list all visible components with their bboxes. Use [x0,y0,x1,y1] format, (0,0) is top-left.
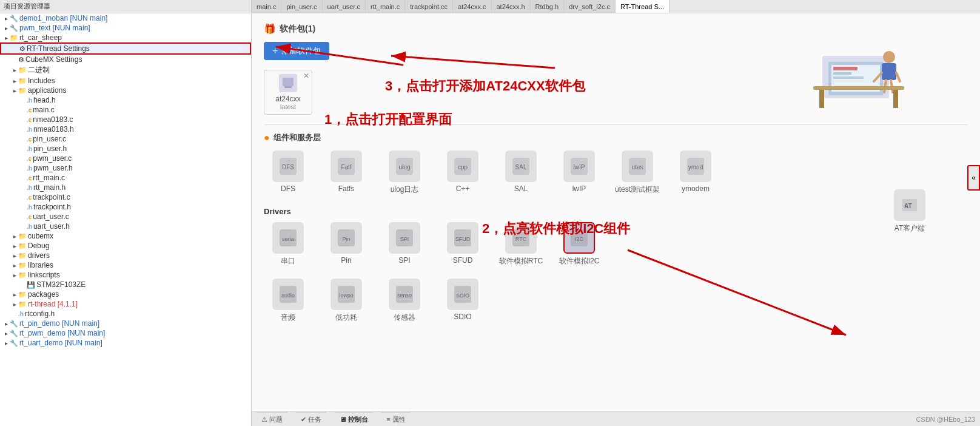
svg-text:SAL: SAL [515,164,527,171]
tab-at24cxxc[interactable]: at24cxx.c [453,0,491,13]
bottom-tab-1[interactable]: ✔ 任务 [296,412,326,427]
c-file-icon: .c [27,155,32,162]
sidebar-item-uart_user_c[interactable]: .cuart_user.c [0,212,251,221]
bottom-tab-0[interactable]: ⚠ 问题 [257,412,287,427]
sidebar-item-applications[interactable]: ▸📁applications [0,86,251,95]
sidebar-item-head_h[interactable]: .hhead.h [0,95,251,105]
svg-rect-0 [283,78,294,86]
tab-trackpointcc[interactable]: trackpoint.cc [405,0,453,13]
sidebar-item-label: RT-Thread Settings [27,44,90,53]
sidebar-item-Includes[interactable]: ▸📁Includes [0,76,251,86]
driver2-label: 传感器 [394,313,415,323]
sidebar-item-rt_pin_demo[interactable]: ▸🔧rt_pin_demo [NUN main] [0,319,251,328]
h-file-icon: .h [27,165,32,172]
driver2-item-audio[interactable]: audio 音频 [264,279,312,323]
expand-arrow: ▸ [11,262,18,269]
sidebar-item-STM32F103ZE[interactable]: 💾STM32F103ZE [0,280,251,289]
svg-rect-45 [833,76,864,79]
component-label: ulog日志 [391,184,419,195]
sidebar-item-nmea0183_h[interactable]: .hnmea0183.h [0,124,251,134]
sidebar-item-trackpoint_h[interactable]: .htrackpoint.h [0,202,251,212]
bottom-tab-2[interactable]: 🖥 控制台 [335,412,373,427]
component-item-DFS[interactable]: DFS DFS [264,150,312,195]
svg-text:RTC: RTC [515,236,527,242]
sidebar-item-drivers[interactable]: ▸📁drivers [0,251,251,260]
tab-uartuserc[interactable]: uart_user.c [323,0,366,13]
bottom-tab-3[interactable]: ≡ 属性 [381,412,410,427]
folder-icon: 📁 [18,66,27,74]
sidebar-item-libraries[interactable]: ▸📁libraries [0,260,251,270]
sidebar-item-rtt_main_h[interactable]: .hrtt_main.h [0,183,251,192]
sidebar-item-cubemx[interactable]: ▸📁cubemx [0,231,251,241]
at-client-area: AT AT客户端 [894,189,925,234]
add-pkg-button[interactable]: + 添加软件包 [264,42,329,60]
sidebar-item-packages[interactable]: ▸📁packages [0,289,251,299]
sidebar-item-pin_user_h[interactable]: .hpin_user.h [0,144,251,154]
pkg-card-at24cxx[interactable]: ✕ at24cxx latest [264,70,312,115]
component-label: ymodem [682,184,710,193]
component-item-ymodem[interactable]: ymod ymodem [671,150,720,195]
component-label: Fatfs [338,184,355,193]
sidebar-item-RT_Thread_Settings[interactable]: ⚙RT-Thread Settings [0,42,251,55]
component-item-lwIP[interactable]: lwIP lwIP [555,150,603,195]
driver-item-I2C[interactable]: I2C 软件模拟I2C [555,222,603,266]
component-item-Fatfs[interactable]: Fatf Fatfs [322,150,371,195]
sidebar-item-pwm_user_h[interactable]: .hpwm_user.h [0,163,251,173]
tab-pinuserc[interactable]: pin_user.c [281,0,322,13]
sidebar-item-linkscripts[interactable]: ▸📁linkscripts [0,270,251,280]
folder-icon: 📁 [18,232,27,240]
sidebar-item-pwm_user_c[interactable]: .cpwm_user.c [0,154,251,163]
driver-item-SPI[interactable]: SPI SPI [380,222,429,266]
components-grid: DFS DFS Fatf Fatfs ulog ulog日志 cpp C++ [264,150,968,195]
tab-rttmainc[interactable]: rtt_main.c [366,0,405,13]
driver-item-Pin[interactable]: Pin Pin [322,222,371,266]
sidebar-item-nmea0183_c[interactable]: .cnmea0183.c [0,115,251,124]
sidebar-item-trackpoint_c[interactable]: .ctrackpoint.c [0,192,251,202]
sidebar-item-CubeMX_Settings[interactable]: ⚙CubeMX Settings [0,55,251,64]
plus-icon: + [272,46,278,56]
bottom-bar: ⚠ 问题✔ 任务🖥 控制台≡ 属性CSDN @HEbo_123 [252,411,980,426]
collapse-button[interactable]: « [967,165,980,191]
h-file-icon: .h [27,204,32,211]
sidebar-item-rt_uart_demo[interactable]: ▸🔧rt_uart_demo [NUN main] [0,338,251,348]
sidebar-item-label: pin_user.h [33,144,67,153]
driver2-item-sensor[interactable]: senso 传感器 [380,279,429,323]
tab-Rtdbgh[interactable]: Rtdbg.h [531,0,565,13]
sidebar-item-rt_thread[interactable]: ▸📁rt-thread [4.1.1] [0,299,251,309]
sidebar-item-label: packages [28,290,59,299]
tab-RTThreadS[interactable]: RT-Thread S... [616,0,670,13]
sidebar-item-demo1_moban[interactable]: ▸🔧demo1_moban [NUN main] [0,13,251,23]
sidebar-item-rtt_main_c[interactable]: .crtt_main.c [0,173,251,183]
component-item-cpp[interactable]: cpp C++ [438,150,487,195]
sidebar-item-pin_user_c[interactable]: .cpin_user.c [0,134,251,144]
driver2-item-lowpower[interactable]: lowpo 低功耗 [322,279,371,323]
expand-arrow: ▸ [2,330,10,337]
sidebar-item-pwm_text[interactable]: ▸🔧pwm_text [NUN main] [0,23,251,33]
sidebar-item-uart_user_h[interactable]: .huart_user.h [0,221,251,231]
illustration [810,32,907,110]
pkg-card-version: latest [280,103,296,110]
driver-item-serial[interactable]: seria 串口 [264,222,312,266]
pkg-close-button[interactable]: ✕ [303,72,309,80]
folder-icon: 📁 [18,291,27,299]
sidebar-item-rt_pwm_demo[interactable]: ▸🔧rt_pwm_demo [NUN main] [0,328,251,338]
driver-label: SFUD [453,256,473,265]
right-panel: main.cpin_user.cuart_user.crtt_main.ctra… [252,0,980,426]
sidebar-item-main_c[interactable]: .cmain.c [0,105,251,115]
sidebar-item-rt_car_sheep[interactable]: ▸📁rt_car_sheep [0,33,251,42]
sidebar-item-rtconfig_h[interactable]: .hrtconfig.h [0,309,251,319]
sidebar-item-label: rt_car_sheep [19,33,62,42]
component-label: SAL [514,184,528,193]
sidebar-item-binary[interactable]: ▸📁二进制 [0,64,251,76]
driver-item-SFUD[interactable]: SFUD SFUD [438,222,487,266]
driver-item-RTC[interactable]: RTC 软件模拟RTC [497,222,545,266]
component-item-utest[interactable]: utes utest测试框架 [613,150,662,195]
tab-at24cxxh[interactable]: at24cxx.h [492,0,531,13]
component-item-ulog[interactable]: ulog ulog日志 [380,150,429,195]
sidebar-item-Debug[interactable]: ▸📁Debug [0,241,251,251]
component-item-SAL[interactable]: SAL SAL [497,150,545,195]
sidebar-item-label: libraries [28,261,53,269]
driver2-item-SDIO[interactable]: SDIO SDIO [438,279,487,323]
tab-mainc[interactable]: main.c [252,0,281,13]
tab-drvsofti2cc[interactable]: drv_soft_i2c.c [564,0,616,13]
